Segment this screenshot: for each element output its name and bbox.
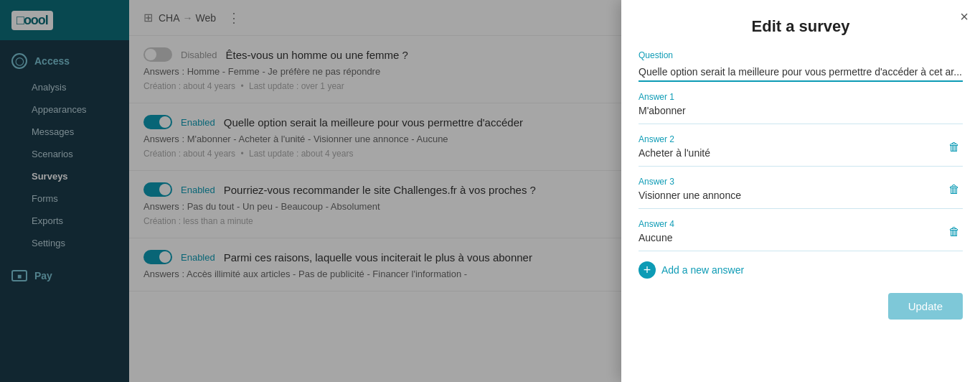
answer-label-4: Answer 4 — [639, 219, 940, 229]
edit-survey-modal: × Edit a survey Question Answer 1 Answer… — [621, 0, 980, 382]
add-answer-label: Add a new answer — [661, 264, 744, 276]
answer-label-3: Answer 3 — [639, 177, 940, 187]
question-label: Question — [639, 50, 963, 60]
answer-input-4[interactable] — [639, 230, 940, 245]
question-field: Question — [639, 50, 963, 82]
answer-input-3[interactable] — [639, 188, 940, 202]
update-button[interactable]: Update — [888, 293, 963, 320]
modal-close-button[interactable]: × — [960, 9, 969, 25]
plus-icon: + — [639, 261, 656, 279]
answer-field-4: Answer 4 🗑 — [639, 219, 963, 251]
add-answer-button[interactable]: + Add a new answer — [639, 261, 963, 279]
answer-field-3: Answer 3 🗑 — [639, 177, 963, 209]
answer-field-1: Answer 1 — [639, 92, 963, 124]
answer-label-1: Answer 1 — [639, 92, 963, 102]
answer-input-1[interactable] — [639, 103, 963, 118]
modal-title: Edit a survey — [639, 17, 963, 36]
answer-delete-button-4[interactable]: 🗑 — [946, 223, 963, 241]
answer-delete-button-2[interactable]: 🗑 — [946, 138, 963, 157]
answer-input-2[interactable] — [639, 146, 940, 160]
answer-field-2: Answer 2 🗑 — [639, 134, 963, 167]
answer-delete-button-3[interactable]: 🗑 — [946, 180, 963, 199]
answer-label-2: Answer 2 — [639, 134, 940, 144]
question-input[interactable] — [639, 63, 963, 82]
